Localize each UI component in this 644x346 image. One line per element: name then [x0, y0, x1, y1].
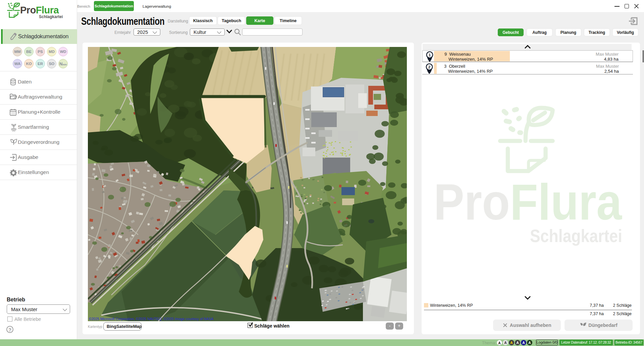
svg-text:Schlagkartei: Schlagkartei: [530, 226, 622, 246]
svg-text:ProFlura: ProFlura: [434, 173, 622, 230]
svg-text:©2025 Microsoft Corporation, ©: ©2025 Microsoft Corporation, ©2025 NAVTE…: [89, 317, 213, 321]
svg-text:2: 2: [428, 65, 430, 69]
svg-text:1: 1: [429, 53, 431, 57]
